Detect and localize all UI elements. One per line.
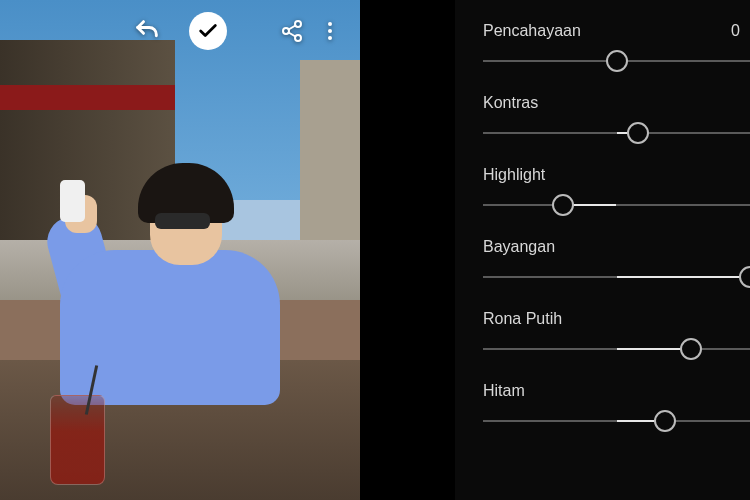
- svg-line-4: [289, 26, 296, 30]
- panel-divider: [360, 0, 455, 500]
- slider-track[interactable]: [483, 338, 750, 360]
- svg-point-7: [328, 36, 332, 40]
- slider-pencahayaan: Pencahayaan0: [483, 22, 750, 72]
- slider-track[interactable]: [483, 50, 750, 72]
- slider-value: 0: [731, 22, 740, 40]
- slider-label: Pencahayaan: [483, 22, 581, 40]
- adjustment-panel: Pencahayaan0KontrasHighlightBayanganRona…: [455, 0, 750, 500]
- slider-label: Hitam: [483, 382, 525, 400]
- slider-label: Kontras: [483, 94, 538, 112]
- slider-highlight: Highlight: [483, 166, 750, 216]
- confirm-button[interactable]: [189, 12, 227, 50]
- slider-bayangan: Bayangan: [483, 238, 750, 288]
- slider-hitam: Hitam: [483, 382, 750, 432]
- slider-track[interactable]: [483, 410, 750, 432]
- slider-label: Highlight: [483, 166, 545, 184]
- slider-label: Rona Putih: [483, 310, 562, 328]
- slider-track[interactable]: [483, 266, 750, 288]
- svg-point-5: [328, 22, 332, 26]
- slider-track[interactable]: [483, 122, 750, 144]
- slider-label: Bayangan: [483, 238, 555, 256]
- photo-glass: [50, 395, 105, 485]
- slider-thumb[interactable]: [654, 410, 676, 432]
- svg-line-3: [289, 33, 296, 37]
- slider-thumb[interactable]: [739, 266, 750, 288]
- more-icon[interactable]: [318, 19, 342, 43]
- photo-awning: [0, 85, 175, 110]
- slider-thumb[interactable]: [627, 122, 649, 144]
- photo-building-right: [300, 60, 360, 240]
- editor-toolbar: [0, 12, 360, 50]
- share-icon[interactable]: [280, 19, 304, 43]
- slider-thumb[interactable]: [680, 338, 702, 360]
- slider-thumb[interactable]: [606, 50, 628, 72]
- undo-icon[interactable]: [133, 17, 161, 45]
- slider-kontras: Kontras: [483, 94, 750, 144]
- photo-person: [60, 145, 280, 405]
- slider-thumb[interactable]: [552, 194, 574, 216]
- slider-track[interactable]: [483, 194, 750, 216]
- slider-rona-putih: Rona Putih: [483, 310, 750, 360]
- svg-point-6: [328, 29, 332, 33]
- photo-preview: [0, 0, 360, 500]
